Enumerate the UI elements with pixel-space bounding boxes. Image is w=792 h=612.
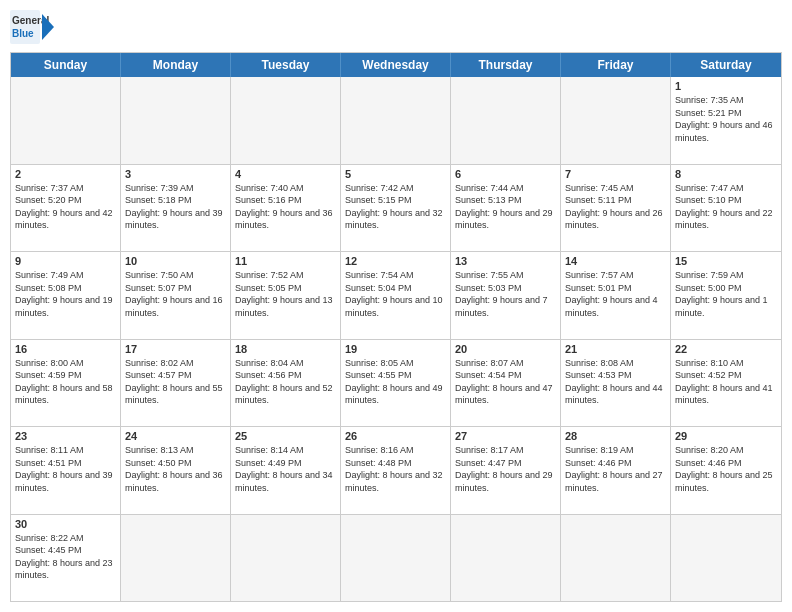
day-number: 7 [565, 168, 666, 180]
day-number: 20 [455, 343, 556, 355]
day-cell-17: 17 Sunrise: 8:02 AM Sunset: 4:57 PM Dayl… [121, 340, 231, 427]
day-number: 2 [15, 168, 116, 180]
day-info: Sunrise: 8:00 AM Sunset: 4:59 PM Dayligh… [15, 357, 116, 407]
day-info: Sunrise: 8:07 AM Sunset: 4:54 PM Dayligh… [455, 357, 556, 407]
calendar-row-0: 1 Sunrise: 7:35 AM Sunset: 5:21 PM Dayli… [11, 77, 781, 164]
day-cell-1: 1 Sunrise: 7:35 AM Sunset: 5:21 PM Dayli… [671, 77, 781, 164]
day-cell-16: 16 Sunrise: 8:00 AM Sunset: 4:59 PM Dayl… [11, 340, 121, 427]
day-info: Sunrise: 8:11 AM Sunset: 4:51 PM Dayligh… [15, 444, 116, 494]
generalblue-logo-icon: General Blue [10, 10, 54, 44]
day-info: Sunrise: 7:35 AM Sunset: 5:21 PM Dayligh… [675, 94, 777, 144]
header-day-saturday: Saturday [671, 53, 781, 77]
day-cell-20: 20 Sunrise: 8:07 AM Sunset: 4:54 PM Dayl… [451, 340, 561, 427]
day-number: 17 [125, 343, 226, 355]
day-info: Sunrise: 8:08 AM Sunset: 4:53 PM Dayligh… [565, 357, 666, 407]
day-info: Sunrise: 8:14 AM Sunset: 4:49 PM Dayligh… [235, 444, 336, 494]
day-number: 21 [565, 343, 666, 355]
day-info: Sunrise: 8:22 AM Sunset: 4:45 PM Dayligh… [15, 532, 116, 582]
day-cell-19: 19 Sunrise: 8:05 AM Sunset: 4:55 PM Dayl… [341, 340, 451, 427]
day-info: Sunrise: 8:10 AM Sunset: 4:52 PM Dayligh… [675, 357, 777, 407]
day-cell-13: 13 Sunrise: 7:55 AM Sunset: 5:03 PM Dayl… [451, 252, 561, 339]
day-cell-11: 11 Sunrise: 7:52 AM Sunset: 5:05 PM Dayl… [231, 252, 341, 339]
day-info: Sunrise: 7:59 AM Sunset: 5:00 PM Dayligh… [675, 269, 777, 319]
day-info: Sunrise: 7:37 AM Sunset: 5:20 PM Dayligh… [15, 182, 116, 232]
header-day-thursday: Thursday [451, 53, 561, 77]
day-number: 11 [235, 255, 336, 267]
day-cell-6: 6 Sunrise: 7:44 AM Sunset: 5:13 PM Dayli… [451, 165, 561, 252]
day-cell-22: 22 Sunrise: 8:10 AM Sunset: 4:52 PM Dayl… [671, 340, 781, 427]
day-number: 27 [455, 430, 556, 442]
day-info: Sunrise: 8:19 AM Sunset: 4:46 PM Dayligh… [565, 444, 666, 494]
day-number: 8 [675, 168, 777, 180]
calendar-row-1: 2 Sunrise: 7:37 AM Sunset: 5:20 PM Dayli… [11, 164, 781, 252]
day-number: 15 [675, 255, 777, 267]
logo: General Blue [10, 10, 54, 44]
day-cell-empty [671, 515, 781, 602]
calendar-row-5: 30 Sunrise: 8:22 AM Sunset: 4:45 PM Dayl… [11, 514, 781, 602]
day-number: 5 [345, 168, 446, 180]
day-number: 29 [675, 430, 777, 442]
day-cell-26: 26 Sunrise: 8:16 AM Sunset: 4:48 PM Dayl… [341, 427, 451, 514]
day-cell-4: 4 Sunrise: 7:40 AM Sunset: 5:16 PM Dayli… [231, 165, 341, 252]
day-cell-8: 8 Sunrise: 7:47 AM Sunset: 5:10 PM Dayli… [671, 165, 781, 252]
day-cell-empty [121, 77, 231, 164]
day-cell-28: 28 Sunrise: 8:19 AM Sunset: 4:46 PM Dayl… [561, 427, 671, 514]
day-number: 26 [345, 430, 446, 442]
day-info: Sunrise: 7:45 AM Sunset: 5:11 PM Dayligh… [565, 182, 666, 232]
day-info: Sunrise: 7:39 AM Sunset: 5:18 PM Dayligh… [125, 182, 226, 232]
day-cell-empty [451, 77, 561, 164]
day-cell-empty [341, 77, 451, 164]
calendar-header: SundayMondayTuesdayWednesdayThursdayFrid… [11, 53, 781, 77]
day-number: 10 [125, 255, 226, 267]
day-number: 4 [235, 168, 336, 180]
header-day-sunday: Sunday [11, 53, 121, 77]
day-cell-27: 27 Sunrise: 8:17 AM Sunset: 4:47 PM Dayl… [451, 427, 561, 514]
day-info: Sunrise: 8:04 AM Sunset: 4:56 PM Dayligh… [235, 357, 336, 407]
header-day-friday: Friday [561, 53, 671, 77]
day-cell-24: 24 Sunrise: 8:13 AM Sunset: 4:50 PM Dayl… [121, 427, 231, 514]
day-info: Sunrise: 7:52 AM Sunset: 5:05 PM Dayligh… [235, 269, 336, 319]
day-number: 19 [345, 343, 446, 355]
day-number: 22 [675, 343, 777, 355]
day-number: 9 [15, 255, 116, 267]
day-number: 1 [675, 80, 777, 92]
day-cell-empty [11, 77, 121, 164]
day-cell-23: 23 Sunrise: 8:11 AM Sunset: 4:51 PM Dayl… [11, 427, 121, 514]
day-cell-12: 12 Sunrise: 7:54 AM Sunset: 5:04 PM Dayl… [341, 252, 451, 339]
day-info: Sunrise: 7:50 AM Sunset: 5:07 PM Dayligh… [125, 269, 226, 319]
day-number: 30 [15, 518, 116, 530]
day-info: Sunrise: 7:47 AM Sunset: 5:10 PM Dayligh… [675, 182, 777, 232]
calendar-row-2: 9 Sunrise: 7:49 AM Sunset: 5:08 PM Dayli… [11, 251, 781, 339]
day-info: Sunrise: 7:42 AM Sunset: 5:15 PM Dayligh… [345, 182, 446, 232]
calendar-row-3: 16 Sunrise: 8:00 AM Sunset: 4:59 PM Dayl… [11, 339, 781, 427]
calendar-body: 1 Sunrise: 7:35 AM Sunset: 5:21 PM Dayli… [11, 77, 781, 601]
day-cell-empty [341, 515, 451, 602]
day-number: 13 [455, 255, 556, 267]
day-cell-9: 9 Sunrise: 7:49 AM Sunset: 5:08 PM Dayli… [11, 252, 121, 339]
day-number: 6 [455, 168, 556, 180]
day-cell-21: 21 Sunrise: 8:08 AM Sunset: 4:53 PM Dayl… [561, 340, 671, 427]
day-cell-30: 30 Sunrise: 8:22 AM Sunset: 4:45 PM Dayl… [11, 515, 121, 602]
day-info: Sunrise: 7:44 AM Sunset: 5:13 PM Dayligh… [455, 182, 556, 232]
day-cell-15: 15 Sunrise: 7:59 AM Sunset: 5:00 PM Dayl… [671, 252, 781, 339]
calendar: SundayMondayTuesdayWednesdayThursdayFrid… [10, 52, 782, 602]
day-number: 25 [235, 430, 336, 442]
calendar-row-4: 23 Sunrise: 8:11 AM Sunset: 4:51 PM Dayl… [11, 426, 781, 514]
header-day-monday: Monday [121, 53, 231, 77]
day-cell-2: 2 Sunrise: 7:37 AM Sunset: 5:20 PM Dayli… [11, 165, 121, 252]
day-info: Sunrise: 8:20 AM Sunset: 4:46 PM Dayligh… [675, 444, 777, 494]
day-info: Sunrise: 7:40 AM Sunset: 5:16 PM Dayligh… [235, 182, 336, 232]
day-info: Sunrise: 7:55 AM Sunset: 5:03 PM Dayligh… [455, 269, 556, 319]
day-cell-18: 18 Sunrise: 8:04 AM Sunset: 4:56 PM Dayl… [231, 340, 341, 427]
day-info: Sunrise: 8:02 AM Sunset: 4:57 PM Dayligh… [125, 357, 226, 407]
day-cell-25: 25 Sunrise: 8:14 AM Sunset: 4:49 PM Dayl… [231, 427, 341, 514]
day-cell-3: 3 Sunrise: 7:39 AM Sunset: 5:18 PM Dayli… [121, 165, 231, 252]
day-number: 3 [125, 168, 226, 180]
day-info: Sunrise: 8:17 AM Sunset: 4:47 PM Dayligh… [455, 444, 556, 494]
day-cell-empty [231, 77, 341, 164]
day-number: 14 [565, 255, 666, 267]
day-cell-empty [121, 515, 231, 602]
day-info: Sunrise: 8:13 AM Sunset: 4:50 PM Dayligh… [125, 444, 226, 494]
day-number: 16 [15, 343, 116, 355]
day-number: 23 [15, 430, 116, 442]
